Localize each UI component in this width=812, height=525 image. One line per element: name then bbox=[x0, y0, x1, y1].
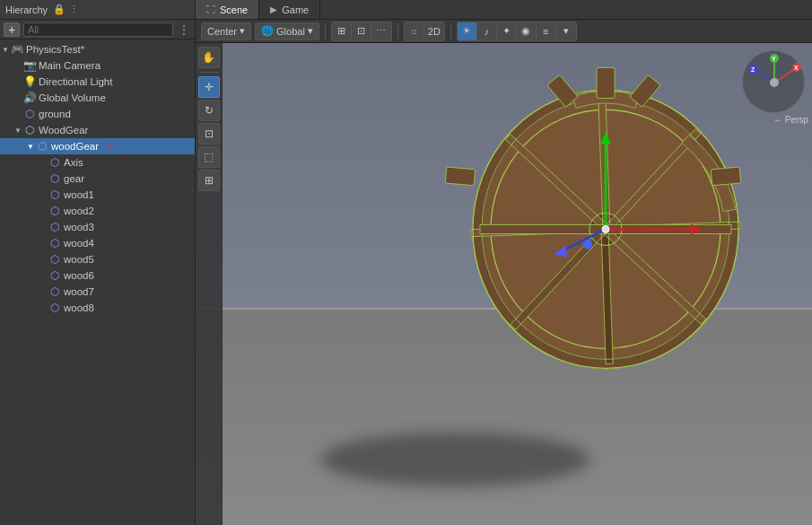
tools-separator bbox=[200, 72, 218, 73]
tree-icon-cube: ⬡ bbox=[48, 205, 61, 217]
twod-button[interactable]: 2D bbox=[424, 22, 444, 40]
tree-label-woodgear: WoodGear bbox=[39, 125, 88, 136]
game-tab[interactable]: ▶ Game bbox=[259, 0, 320, 19]
tree-item-gear[interactable]: ⬡gear bbox=[0, 171, 195, 187]
gizmos-toggle[interactable]: ▾ bbox=[556, 22, 576, 40]
tree-item-axis[interactable]: ⬡Axis bbox=[0, 154, 195, 171]
tree-icon-cube: ⬡ bbox=[48, 188, 61, 201]
lock-icon: 🔒 bbox=[53, 4, 65, 15]
svg-point-39 bbox=[602, 225, 609, 232]
svg-rect-30 bbox=[445, 167, 475, 186]
tree-label-wood8: wood8 bbox=[64, 302, 94, 313]
tree-item-woodgear[interactable]: ⬡WoodGear bbox=[0, 122, 195, 138]
tree-label-wood3: wood3 bbox=[64, 222, 94, 232]
more-icon: ⋮ bbox=[69, 4, 79, 15]
hand-tool-button[interactable]: ✋ bbox=[198, 47, 220, 68]
separator-1 bbox=[325, 23, 326, 39]
tree-arrow-woodgear-child[interactable] bbox=[25, 138, 36, 154]
grid-snap-button[interactable]: ⊡ bbox=[352, 22, 371, 40]
tree-label-wood7: wood7 bbox=[64, 286, 94, 297]
tree-icon-camera: 📷 bbox=[23, 59, 36, 72]
lighting-toggle[interactable]: ☀ bbox=[458, 22, 477, 40]
tree-arrow-woodgear[interactable] bbox=[13, 122, 23, 138]
stats-toggle[interactable]: ≡ bbox=[537, 22, 556, 40]
persp-label: ← Persp bbox=[773, 115, 808, 125]
hierarchy-search-input[interactable] bbox=[23, 22, 173, 37]
tree-item-wood8[interactable]: ⬡wood8 bbox=[0, 300, 195, 316]
add-object-button[interactable]: + bbox=[4, 22, 20, 37]
global-label: Global bbox=[276, 26, 305, 37]
grid-toggle-button[interactable]: ⊞ bbox=[332, 22, 352, 40]
tree-item-maincamera[interactable]: 📷Main Camera bbox=[0, 57, 195, 74]
separator-2 bbox=[397, 23, 398, 39]
tree-item-ground[interactable]: ⬡ground bbox=[0, 106, 195, 122]
tree-item-wood2[interactable]: ⬡wood2 bbox=[0, 203, 195, 219]
global-button[interactable]: 🌐 Global ▾ bbox=[255, 22, 319, 40]
grid-buttons: ⊞ ⊡ ⋯ bbox=[331, 22, 392, 41]
tools-panel: ✋✛↻⊡⬚⊞ bbox=[196, 43, 223, 525]
scene-tab-label: Scene bbox=[220, 4, 248, 15]
tree-icon-cube: ⬡ bbox=[48, 172, 61, 185]
scene-tab[interactable]: ⛶ Scene bbox=[196, 0, 259, 19]
hierarchy-options-button[interactable]: ⋮ bbox=[177, 22, 191, 37]
scale-tool-button[interactable]: ⊡ bbox=[198, 123, 220, 144]
tree-arrow-physicstest[interactable] bbox=[0, 41, 11, 57]
tree-item-dirlight[interactable]: 💡Directional Light bbox=[0, 74, 195, 90]
svg-text:Y: Y bbox=[772, 56, 776, 62]
header-icons: 🔒 ⋮ bbox=[53, 4, 79, 15]
tree-label-gear: gear bbox=[64, 173, 84, 184]
tree-label-wood1: wood1 bbox=[64, 189, 94, 200]
center-button[interactable]: Center ▾ bbox=[201, 22, 251, 40]
hierarchy-tree: 🎮PhysicsTest*📷Main Camera💡Directional Li… bbox=[0, 39, 195, 525]
tree-icon-phystest: 🎮 bbox=[11, 43, 23, 56]
tree-item-wood5[interactable]: ⬡wood5 bbox=[0, 251, 195, 267]
tree-label-maincamera: Main Camera bbox=[39, 60, 100, 71]
scene-toolbar: Center ▾ 🌐 Global ▾ ⊞ ⊡ ⋯ ○ 2D ☀ ♪ bbox=[196, 20, 812, 43]
tree-icon-cube: ⬡ bbox=[48, 156, 61, 169]
tree-item-wood7[interactable]: ⬡wood7 bbox=[0, 284, 195, 300]
center-label: Center bbox=[207, 26, 237, 37]
game-tab-icon: ▶ bbox=[270, 4, 277, 14]
tree-item-globalvol[interactable]: 🔊Global Volume bbox=[0, 90, 195, 106]
hidden-toggle[interactable]: ◉ bbox=[517, 22, 537, 40]
tree-icon-volume: 🔊 bbox=[23, 92, 36, 104]
orientation-gizmo[interactable]: Y X Z bbox=[742, 50, 805, 113]
svg-text:Z: Z bbox=[751, 66, 755, 73]
tree-label-wood5: wood5 bbox=[64, 254, 94, 265]
tree-icon-gameobj: ⬡ bbox=[23, 124, 36, 136]
hierarchy-panel: Hierarchy 🔒 ⋮ + ⋮ 🎮PhysicsTest*📷Main Cam… bbox=[0, 0, 196, 525]
gizmo-svg: Y X Z bbox=[743, 51, 806, 114]
tree-item-physicstest[interactable]: 🎮PhysicsTest* bbox=[0, 41, 195, 57]
tree-label-wood4: wood4 bbox=[64, 238, 94, 249]
svg-rect-26 bbox=[597, 67, 615, 98]
tab-bar: ⛶ Scene ▶ Game bbox=[196, 0, 812, 20]
view-buttons: ○ 2D bbox=[404, 22, 445, 41]
tree-icon-cube: ⬡ bbox=[36, 140, 48, 153]
view-mode-button[interactable]: ○ bbox=[405, 22, 424, 40]
viewport[interactable]: ✋✛↻⊡⬚⊞ bbox=[196, 43, 812, 525]
tree-item-wood6[interactable]: ⬡wood6 bbox=[0, 267, 195, 284]
gizmo-corner: Y X Z bbox=[742, 50, 805, 113]
gear-wheel-svg bbox=[440, 58, 763, 399]
snap-settings-button[interactable]: ⋯ bbox=[371, 22, 391, 40]
rotate-tool-button[interactable]: ↻ bbox=[198, 100, 220, 121]
selection-arrow-indicator: ← bbox=[104, 139, 117, 153]
tree-item-wood4[interactable]: ⬡wood4 bbox=[0, 235, 195, 251]
tree-label-wood2: wood2 bbox=[64, 206, 94, 216]
global-chevron-icon: ▾ bbox=[308, 25, 313, 37]
tree-icon-light: 💡 bbox=[23, 75, 36, 88]
move-tool-button[interactable]: ✛ bbox=[198, 76, 220, 98]
tree-label-axis: Axis bbox=[64, 157, 83, 168]
tree-icon-cube: ⬡ bbox=[23, 108, 36, 120]
tree-label-globalvol: Global Volume bbox=[39, 92, 106, 103]
tree-item-wood3[interactable]: ⬡wood3 bbox=[0, 219, 195, 235]
rect-tool-button[interactable]: ⬚ bbox=[198, 146, 220, 168]
hierarchy-title: Hierarchy bbox=[5, 4, 48, 15]
svg-point-38 bbox=[583, 240, 592, 249]
transform-tool-button[interactable]: ⊞ bbox=[198, 170, 220, 191]
tree-item-woodgear-child[interactable]: ⬡woodGear← bbox=[0, 138, 195, 154]
effects-toggle[interactable]: ✦ bbox=[497, 22, 517, 40]
audio-toggle[interactable]: ♪ bbox=[477, 22, 497, 40]
tree-icon-cube: ⬡ bbox=[48, 285, 61, 298]
tree-item-wood1[interactable]: ⬡wood1 bbox=[0, 187, 195, 203]
